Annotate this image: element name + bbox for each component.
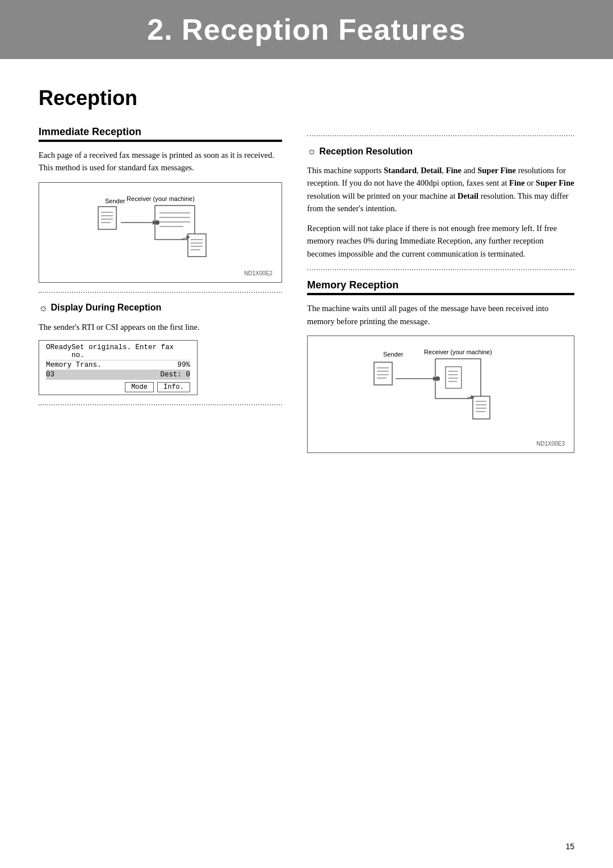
svg-rect-37 bbox=[473, 396, 490, 419]
svg-rect-23 bbox=[446, 367, 461, 388]
display-row1-left: OReady bbox=[46, 343, 72, 359]
reception-resolution-header: ☼ Reception Resolution bbox=[307, 145, 574, 157]
display-buttons-row: Mode Info. bbox=[46, 382, 190, 392]
svg-text:Sender: Sender bbox=[105, 198, 125, 204]
display-row2-right: 99% bbox=[177, 361, 190, 369]
divider-2 bbox=[39, 404, 282, 405]
display-row3-right: Dest: 0 bbox=[160, 371, 190, 379]
immediate-reception-label: Immediate Reception bbox=[39, 126, 141, 138]
diagram2-code: ND1X00E3 bbox=[317, 441, 565, 447]
memory-reception-svg: Receiver (your machine) bbox=[362, 346, 520, 437]
page-number: 15 bbox=[565, 842, 574, 851]
reception-resolution-section: ☼ Reception Resolution This machine supp… bbox=[307, 145, 574, 260]
immediate-reception-diagram: Receiver (your machine) bbox=[39, 182, 282, 283]
display-row2-left: Memory Trans. bbox=[46, 361, 102, 369]
memory-reception-header: Memory Reception bbox=[307, 279, 574, 295]
display-row-3: 03 Dest: 0 bbox=[46, 370, 190, 380]
svg-rect-32 bbox=[374, 362, 392, 385]
display-row-1: OReady Set originals. Enter fax no. bbox=[46, 343, 190, 360]
svg-rect-10 bbox=[98, 207, 116, 229]
sun-icon-display: ☼ bbox=[39, 302, 48, 314]
divider-1 bbox=[39, 292, 282, 293]
memory-reception-section: Memory Reception The machine waits until… bbox=[307, 279, 574, 453]
header-bar: 2. Reception Features bbox=[0, 0, 613, 59]
display-during-reception-label: Display During Reception bbox=[51, 303, 162, 313]
svg-point-30 bbox=[435, 376, 440, 381]
reception-resolution-body2: Reception will not take place if there i… bbox=[307, 222, 574, 260]
page-content: Reception Immediate Reception Each page … bbox=[0, 59, 613, 493]
info-button[interactable]: Info. bbox=[157, 382, 190, 392]
display-panel: OReady Set originals. Enter fax no. Memo… bbox=[39, 340, 198, 395]
reception-resolution-label: Reception Resolution bbox=[320, 146, 413, 157]
display-row1-right: Set originals. Enter fax no. bbox=[72, 343, 190, 359]
display-row-2: Memory Trans. 99% bbox=[46, 360, 190, 370]
left-column: Immediate Reception Each page of a recei… bbox=[39, 126, 296, 459]
svg-rect-15 bbox=[188, 234, 206, 257]
svg-point-8 bbox=[155, 220, 159, 225]
immediate-reception-body: Each page of a received fax message is p… bbox=[39, 149, 282, 174]
memory-reception-body: The machine waits until all pages of the… bbox=[307, 302, 574, 328]
page-title: 2. Reception Features bbox=[34, 12, 579, 47]
immediate-reception-svg: Receiver (your machine) bbox=[87, 193, 234, 267]
display-during-reception-section: ☼ Display During Reception The sender's … bbox=[39, 302, 282, 395]
two-column-layout: Immediate Reception Each page of a recei… bbox=[39, 126, 574, 459]
display-during-reception-body: The sender's RTI or CSI appears on the f… bbox=[39, 321, 282, 333]
immediate-reception-section: Immediate Reception Each page of a recei… bbox=[39, 126, 282, 283]
svg-text:Receiver (your machine): Receiver (your machine) bbox=[127, 195, 195, 202]
svg-text:Sender: Sender bbox=[383, 351, 404, 358]
diagram1-code: ND1X00E2 bbox=[48, 270, 272, 276]
mode-button[interactable]: Mode bbox=[125, 382, 154, 392]
divider-middle-right bbox=[307, 269, 574, 270]
immediate-reception-header: Immediate Reception bbox=[39, 126, 282, 142]
reception-resolution-body1: This machine supports Standard, Detail, … bbox=[307, 164, 574, 215]
display-during-reception-header: ☼ Display During Reception bbox=[39, 302, 282, 314]
memory-reception-label: Memory Reception bbox=[307, 279, 398, 291]
sun-icon-resolution: ☼ bbox=[307, 145, 317, 157]
right-column: ☼ Reception Resolution This machine supp… bbox=[296, 126, 574, 459]
display-row3-left: 03 bbox=[46, 371, 54, 379]
divider-top-right bbox=[307, 135, 574, 136]
svg-text:Receiver (your machine): Receiver (your machine) bbox=[424, 349, 492, 355]
memory-reception-diagram: Receiver (your machine) bbox=[307, 336, 574, 453]
section-title: Reception bbox=[39, 86, 574, 110]
